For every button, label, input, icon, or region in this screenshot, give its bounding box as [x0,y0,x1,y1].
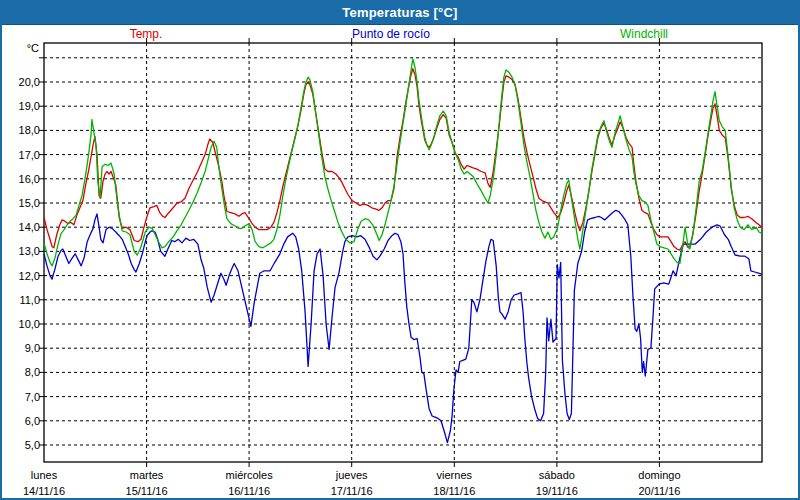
y-axis-label: 16,0 [2,173,40,185]
app-window: Temperaturas [°C] Temp. Punto de rocío W… [0,0,800,500]
x-axis-date-label: 15/11/16 [126,485,168,497]
y-axis-label: 13,0 [2,245,40,257]
x-axis-date-label: 17/11/16 [331,485,373,497]
x-axis-date-label: 20/11/16 [638,485,680,497]
y-axis-label: 15,0 [2,197,40,209]
x-axis-day-label: miércoles [226,469,273,481]
x-axis-day-label: jueves [336,469,368,481]
y-axis-label: 7,0 [2,391,40,403]
y-axis-label: 17,0 [2,149,40,161]
x-axis-day-label: domingo [638,469,680,481]
y-axis-label: 8,0 [2,366,40,378]
x-axis-day-label: viernes [437,469,472,481]
x-axis-day-label: sábado [539,469,575,481]
y-axis-label: 5,0 [2,439,40,451]
x-axis-day-label: martes [130,469,164,481]
y-axis-label: 18,0 [2,124,40,136]
y-axis-label: 12,0 [2,270,40,282]
temperature-chart [2,2,800,500]
x-axis-date-label: 14/11/16 [23,485,65,497]
x-axis-date-label: 18/11/16 [433,485,475,497]
y-axis-label: 14,0 [2,221,40,233]
y-axis-label: 10,0 [2,318,40,330]
x-axis-day-label: lunes [31,469,57,481]
y-axis-label: 19,0 [2,100,40,112]
y-axis-label: 9,0 [2,342,40,354]
x-axis-date-label: 16/11/16 [228,485,270,497]
y-axis-label: 6,0 [2,415,40,427]
x-axis-date-label: 19/11/16 [536,485,578,497]
y-axis-label: 20,0 [2,76,40,88]
y-axis-label: 11,0 [2,294,40,306]
